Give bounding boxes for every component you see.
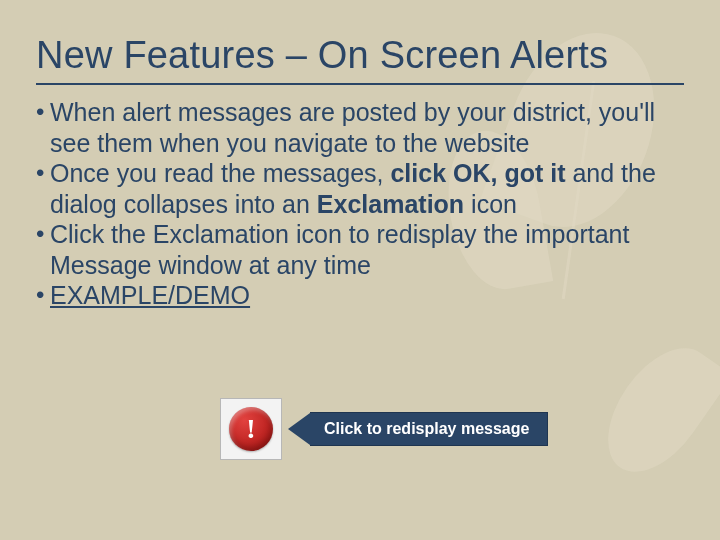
arrow-head-icon — [288, 413, 310, 445]
decorative-leaf — [587, 330, 720, 491]
bullet-bold: Exclamation — [317, 190, 464, 218]
bullet-text: Click the Exclamation icon to redisplay … — [50, 220, 629, 279]
callout-label: Click to redisplay message — [310, 412, 548, 446]
bullet-text: icon — [464, 190, 517, 218]
bullet-bold: click OK, got it — [390, 159, 565, 187]
example-demo-link[interactable]: EXAMPLE/DEMO — [50, 281, 250, 309]
bullet-list: When alert messages are posted by your d… — [36, 97, 684, 311]
alert-icon-box: ! — [220, 398, 282, 460]
exclamation-icon[interactable]: ! — [229, 407, 273, 451]
bullet-item: EXAMPLE/DEMO — [36, 280, 684, 311]
bullet-item: Once you read the messages, click OK, go… — [36, 158, 684, 219]
exclamation-glyph: ! — [246, 413, 255, 445]
callout-row: ! Click to redisplay message — [220, 398, 548, 460]
bullet-item: When alert messages are posted by your d… — [36, 97, 684, 158]
slide-content: New Features – On Screen Alerts When ale… — [0, 0, 720, 339]
bullet-item: Click the Exclamation icon to redisplay … — [36, 219, 684, 280]
bullet-text: Once you read the messages, — [50, 159, 390, 187]
slide-title: New Features – On Screen Alerts — [36, 34, 684, 85]
bullet-text: When alert messages are posted by your d… — [50, 98, 655, 157]
callout-arrow: Click to redisplay message — [288, 412, 548, 446]
